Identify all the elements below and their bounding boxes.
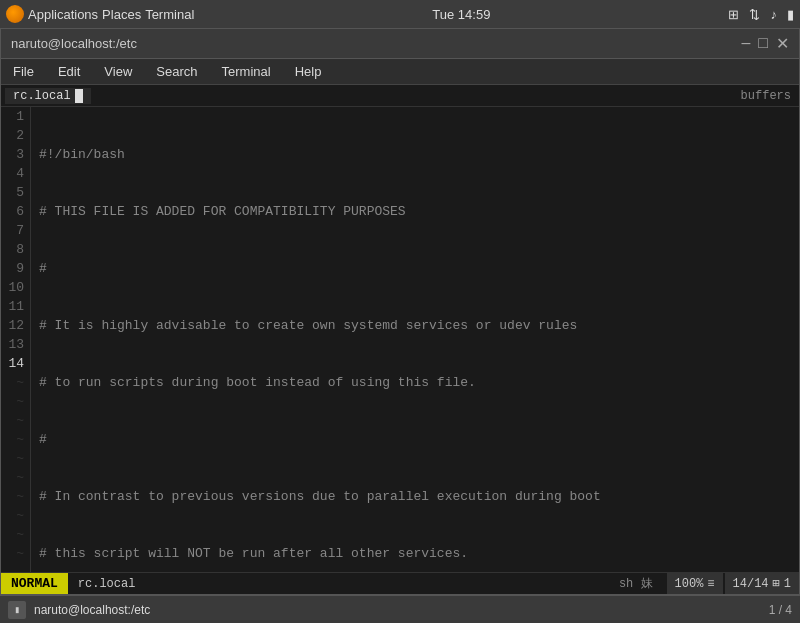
taskbar-page: 1 / 4	[769, 603, 792, 617]
line-numbers: 1 2 3 4 5 6 7 8 9 10 11 12 13 14 ~ ~ ~ ~…	[1, 107, 31, 572]
mode-indicator: NORMAL	[1, 573, 68, 594]
taskbar: ▮ naruto@localhost:/etc 1 / 4	[0, 595, 800, 623]
menu-search[interactable]: Search	[152, 62, 201, 81]
cursor-indicator	[75, 89, 83, 103]
code-line-3: #	[39, 259, 799, 278]
code-line-6: #	[39, 430, 799, 449]
menu-view[interactable]: View	[100, 62, 136, 81]
line-number: ~	[5, 487, 24, 506]
code-content[interactable]: #!/bin/bash # THIS FILE IS ADDED FOR COM…	[31, 107, 799, 572]
code-line-7: # In contrast to previous versions due t…	[39, 487, 799, 506]
menu-help[interactable]: Help	[291, 62, 326, 81]
menu-edit[interactable]: Edit	[54, 62, 84, 81]
line-number: 8	[5, 240, 24, 259]
taskbar-title[interactable]: naruto@localhost:/etc	[34, 603, 150, 617]
battery-icon: ▮	[787, 7, 794, 22]
menu-terminal[interactable]: Terminal	[218, 62, 275, 81]
system-time: Tue 14:59	[432, 7, 490, 22]
minimize-button[interactable]: –	[741, 34, 750, 53]
buffers-label: buffers	[741, 89, 795, 103]
line-number: 3	[5, 145, 24, 164]
system-bar-right: ⊞ ⇅ ♪ ▮	[728, 7, 794, 22]
volume-icon: ♪	[770, 7, 777, 22]
status-progress: 100% ≡	[667, 573, 723, 594]
line-number: 7	[5, 221, 24, 240]
line-number: ~	[5, 392, 24, 411]
network-icon: ⊞	[728, 7, 739, 22]
line-number: ~	[5, 468, 24, 487]
code-line-4: # It is highly advisable to create own s…	[39, 316, 799, 335]
line-number: 10	[5, 278, 24, 297]
status-line-col: 14/14 ⊞ 1	[725, 573, 799, 594]
line-number: ~	[5, 373, 24, 392]
system-bar: Applications Places Terminal Tue 14:59 ⊞…	[0, 0, 800, 28]
menu-bar: File Edit View Search Terminal Help	[1, 59, 799, 85]
maximize-button[interactable]: □	[758, 34, 768, 53]
applications-menu[interactable]: Applications	[28, 7, 98, 22]
app-icon	[6, 5, 24, 23]
line-number: ~	[5, 506, 24, 525]
terminal-menu[interactable]: Terminal	[145, 7, 194, 22]
title-bar-controls: – □ ✕	[741, 34, 789, 53]
line-number: ~	[5, 430, 24, 449]
line-number: 13	[5, 335, 24, 354]
tab-file-name: rc.local	[13, 89, 71, 103]
line-number: 1	[5, 107, 24, 126]
taskbar-terminal-icon: ▮	[8, 601, 26, 619]
code-line-5: # to run scripts during boot instead of …	[39, 373, 799, 392]
line-number: 12	[5, 316, 24, 335]
line-number: 5	[5, 183, 24, 202]
system-bar-center: Tue 14:59	[432, 7, 490, 22]
line-number: 11	[5, 297, 24, 316]
close-button[interactable]: ✕	[776, 34, 789, 53]
tab-file[interactable]: rc.local	[5, 88, 91, 104]
line-number: 4	[5, 164, 24, 183]
tab-bar: rc.local buffers	[1, 85, 799, 107]
line-number: 14	[5, 354, 24, 373]
code-line-1: #!/bin/bash	[39, 145, 799, 164]
status-bar: NORMAL rc.local sh 妹 100% ≡ 14/14 ⊞ 1	[1, 572, 799, 594]
code-line-2: # THIS FILE IS ADDED FOR COMPATIBILITY P…	[39, 202, 799, 221]
terminal-window: naruto@localhost:/etc – □ ✕ File Edit Vi…	[0, 28, 800, 595]
line-number: ~	[5, 449, 24, 468]
line-number: ~	[5, 411, 24, 430]
line-number: ~	[5, 544, 24, 563]
status-file-name: rc.local	[68, 577, 146, 591]
line-number: 9	[5, 259, 24, 278]
line-number: 2	[5, 126, 24, 145]
code-line-8: # this script will NOT be run after all …	[39, 544, 799, 563]
connection-icon: ⇅	[749, 7, 760, 22]
places-menu[interactable]: Places	[102, 7, 141, 22]
line-number: 6	[5, 202, 24, 221]
status-file-type: sh 妹	[609, 575, 663, 592]
title-bar: naruto@localhost:/etc – □ ✕	[1, 29, 799, 59]
window-title: naruto@localhost:/etc	[11, 36, 137, 51]
content-area: 1 2 3 4 5 6 7 8 9 10 11 12 13 14 ~ ~ ~ ~…	[1, 107, 799, 572]
system-bar-left: Applications Places Terminal	[6, 5, 194, 23]
line-number: ~	[5, 525, 24, 544]
menu-file[interactable]: File	[9, 62, 38, 81]
